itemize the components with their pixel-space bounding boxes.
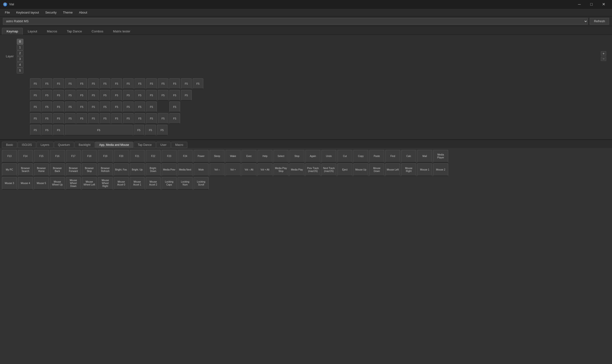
grid-key-1-19[interactable]: Prev Track (macOS)	[306, 164, 320, 176]
cat-tab-user[interactable]: User	[156, 142, 171, 148]
key-r0-12[interactable]: F5	[169, 78, 180, 89]
key-r0-1[interactable]: F5	[42, 78, 52, 89]
grid-key-1-16[interactable]: Vol + Alt	[257, 164, 272, 176]
key-r2-9[interactable]: F5	[134, 102, 145, 112]
grid-key-2-8[interactable]: Mouse Accel 1	[130, 177, 145, 190]
key-r2-5[interactable]: F5	[88, 102, 99, 112]
key-r0-13[interactable]: F5	[181, 78, 192, 89]
key-r3-1[interactable]: F5	[42, 113, 52, 124]
key-r2-7[interactable]: F5	[111, 102, 122, 112]
key-r2-3[interactable]: F5	[65, 102, 76, 112]
device-select[interactable]: astro Rabbit MS	[3, 18, 588, 25]
grid-key-0-14[interactable]: Wake	[226, 150, 240, 163]
key-r3-10[interactable]: F5	[146, 113, 157, 124]
layer-btn-1[interactable]: 1	[17, 44, 24, 50]
grid-key-2-2[interactable]: Mouse 5	[34, 177, 49, 190]
key-r1-9[interactable]: F5	[134, 90, 145, 101]
grid-key-1-27[interactable]: Mouse 2	[433, 164, 448, 176]
key-r2-10[interactable]: F5	[146, 102, 157, 112]
key-r0-0[interactable]: F5	[30, 78, 41, 89]
layer-btn-3[interactable]: 3	[17, 56, 24, 62]
cat-tab-app-media-and-mouse[interactable]: App, Media and Mouse	[95, 142, 133, 148]
grid-key-0-7[interactable]: F20	[114, 150, 129, 163]
menu-item-file[interactable]: File	[2, 10, 13, 15]
key-r3-8[interactable]: F5	[123, 113, 133, 124]
grid-key-2-10[interactable]: Locking Caps	[162, 177, 177, 190]
grid-key-2-12[interactable]: Locking Scroll	[194, 177, 209, 190]
key-r3-11[interactable]: F5	[158, 113, 168, 124]
grid-key-2-5[interactable]: Mouse Wheel Left	[82, 177, 97, 190]
layer-btn-2[interactable]: 2	[17, 50, 24, 56]
layer-btn-0[interactable]: 0	[17, 39, 24, 44]
grid-key-0-6[interactable]: F19	[98, 150, 113, 163]
key-r3-5[interactable]: F5	[88, 113, 99, 124]
grid-key-2-3[interactable]: Mouse Wheel Up	[50, 177, 65, 190]
key-r1-10[interactable]: F5	[146, 90, 157, 101]
grid-key-1-21[interactable]: Eject	[337, 164, 352, 176]
key-r1-11[interactable]: F5	[158, 90, 168, 101]
key-r1-3[interactable]: F5	[65, 90, 76, 101]
tab-tap-dance[interactable]: Tap Dance	[62, 28, 86, 35]
grid-key-1-13[interactable]: Vol –	[210, 164, 225, 176]
grid-key-1-17[interactable]: Media Play Stop	[273, 164, 289, 176]
minimize-button[interactable]: ─	[574, 0, 585, 9]
key-r1-2[interactable]: F5	[53, 90, 64, 101]
key-r3-7[interactable]: F5	[111, 113, 122, 124]
key-r3-9[interactable]: F5	[134, 113, 145, 124]
key-r3-3[interactable]: F5	[65, 113, 76, 124]
key-r2-8[interactable]: F5	[123, 102, 133, 112]
menu-item-theme[interactable]: Theme	[60, 10, 76, 15]
menu-item-about[interactable]: About	[76, 10, 90, 15]
grid-key-1-3[interactable]: Browser Back	[50, 164, 65, 176]
key-r0-6[interactable]: F5	[100, 78, 110, 89]
key-r3-2[interactable]: F5	[53, 113, 64, 124]
tab-combos[interactable]: Combos	[87, 28, 108, 35]
grid-key-1-24[interactable]: Mouse Left	[385, 164, 400, 176]
grid-key-1-15[interactable]: Vol – Alt	[241, 164, 256, 176]
menu-item-security[interactable]: Security	[42, 10, 60, 15]
grid-key-0-5[interactable]: F18	[82, 150, 97, 163]
key-spacebar[interactable]: F5	[65, 125, 133, 135]
grid-key-1-9[interactable]: Bright. Down	[146, 164, 161, 176]
key-r0-10[interactable]: F5	[146, 78, 157, 89]
key-r0-11[interactable]: F5	[158, 78, 168, 89]
key-r4-1[interactable]: F5	[42, 125, 52, 135]
close-button[interactable]: ✕	[598, 0, 609, 9]
key-r0-9[interactable]: F5	[134, 78, 145, 89]
key-r0-7[interactable]: F5	[111, 78, 122, 89]
grid-key-1-8[interactable]: Bright. Up	[130, 164, 145, 176]
key-r0-8[interactable]: F5	[123, 78, 133, 89]
key-r0-4[interactable]: F5	[77, 78, 87, 89]
key-r4-6[interactable]: F5	[157, 125, 167, 135]
grid-key-0-18[interactable]: Stop	[289, 150, 305, 163]
key-r3-4[interactable]: F5	[77, 113, 87, 124]
grid-key-0-20[interactable]: Undo	[321, 150, 336, 163]
key-r1-6[interactable]: F5	[100, 90, 110, 101]
key-r1-1[interactable]: F5	[42, 90, 52, 101]
grid-key-0-9[interactable]: F22	[146, 150, 161, 163]
grid-key-0-10[interactable]: F23	[162, 150, 177, 163]
key-r2-0[interactable]: F5	[30, 102, 41, 112]
grid-key-1-23[interactable]: Mouse Down	[369, 164, 384, 176]
grid-key-0-8[interactable]: F21	[130, 150, 145, 163]
grid-key-2-1[interactable]: Mouse 4	[18, 177, 33, 190]
key-r1-4[interactable]: F5	[77, 90, 87, 101]
cat-tab-quantum[interactable]: Quantum	[54, 142, 74, 148]
grid-key-0-3[interactable]: F16	[50, 150, 65, 163]
tab-macros[interactable]: Macros	[42, 28, 62, 35]
grid-key-0-1[interactable]: F14	[18, 150, 33, 163]
grid-key-0-25[interactable]: Calc	[401, 150, 416, 163]
key-r0-5[interactable]: F5	[88, 78, 99, 89]
menu-item-keyboard-layout[interactable]: Keyboard layout	[13, 10, 42, 15]
cat-tab-macro[interactable]: Macro	[171, 142, 187, 148]
grid-key-1-0[interactable]: My PC	[2, 164, 17, 176]
refresh-button[interactable]: Refresh	[590, 18, 609, 25]
key-r2-12[interactable]: F5	[169, 102, 180, 112]
grid-key-0-15[interactable]: Exec	[241, 150, 256, 163]
key-r4-0[interactable]: F5	[30, 125, 41, 135]
grid-key-0-21[interactable]: Cut	[337, 150, 352, 163]
grid-key-1-18[interactable]: Media Play	[289, 164, 305, 176]
key-r1-8[interactable]: F5	[123, 90, 133, 101]
grid-key-1-25[interactable]: Mouse Right	[401, 164, 416, 176]
grid-key-1-20[interactable]: Next Track (macOS)	[321, 164, 336, 176]
